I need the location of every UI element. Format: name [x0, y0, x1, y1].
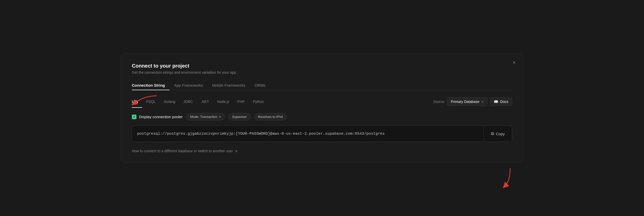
footer-link-text: How to connect to a different database o…	[132, 149, 233, 153]
modal-header: Connect to your project Get the connecti…	[132, 63, 512, 74]
secondary-tabs: URI PSQL Golang JDBC .NET Node.js PHP Py…	[132, 98, 268, 106]
chevron-down-icon: ∨	[235, 149, 237, 153]
connection-string-value: postgresql://postgres.gjgabzzoczvpnrimky…	[132, 126, 484, 142]
source-dropdown[interactable]: Primary Database ∨	[447, 97, 487, 106]
docs-button[interactable]: 📖 Docs	[490, 97, 512, 106]
chevron-down-icon: ∨	[481, 100, 484, 103]
source-label: Source	[433, 100, 444, 104]
tab-nodejs[interactable]: Node.js	[213, 98, 233, 106]
mode-label: Mode: Transaction	[190, 115, 217, 119]
copy-label: Copy	[496, 132, 505, 136]
tab-connection-string[interactable]: Connection String	[132, 81, 170, 90]
pooler-checkbox[interactable]: ✓	[132, 115, 136, 119]
tab-php[interactable]: PHP	[233, 98, 249, 106]
tab-mobile-frameworks[interactable]: Mobile Frameworks	[207, 81, 250, 90]
pooler-label: Display connection pooler	[139, 115, 183, 119]
copy-button[interactable]: ⧉ Copy	[484, 126, 512, 142]
checkmark-icon: ✓	[133, 115, 135, 119]
annotation-arrow-copy	[495, 166, 515, 189]
chevron-down-icon: ∨	[219, 115, 221, 118]
modal-subtitle: Get the connection strings and environme…	[132, 70, 512, 74]
primary-tabs: Connection String App Frameworks Mobile …	[132, 81, 512, 90]
tab-uri[interactable]: URI	[132, 98, 142, 106]
close-button[interactable]: ×	[511, 59, 518, 66]
supavisor-button[interactable]: Supavisor	[228, 113, 251, 120]
tab-net[interactable]: .NET	[197, 98, 213, 106]
connection-string-row: postgresql://postgres.gjgabzzoczvpnrimky…	[132, 126, 512, 142]
secondary-section: URI PSQL Golang JDBC .NET Node.js PHP Py…	[132, 97, 512, 106]
book-icon: 📖	[494, 100, 498, 104]
modal-title: Connect to your project	[132, 63, 512, 69]
pooler-section: ✓ Display connection pooler Mode: Transa…	[132, 113, 512, 120]
pooler-checkbox-label[interactable]: ✓ Display connection pooler	[132, 115, 183, 119]
modal-overlay: × Connect to your project Get the connec…	[0, 0, 644, 216]
tab-jdbc[interactable]: JDBC	[179, 98, 197, 106]
resolves-label: Resolves to IPv4	[258, 115, 283, 119]
different-database-link[interactable]: How to connect to a different database o…	[132, 149, 237, 153]
tab-psql[interactable]: PSQL	[142, 98, 160, 106]
tab-app-frameworks[interactable]: App Frameworks	[170, 81, 207, 90]
docs-label: Docs	[500, 100, 508, 104]
modal-container: × Connect to your project Get the connec…	[121, 54, 523, 162]
right-controls: Source Primary Database ∨ 📖 Docs	[433, 97, 512, 106]
supavisor-label: Supavisor	[232, 115, 247, 119]
resolves-ipv4-button[interactable]: Resolves to IPv4	[254, 113, 287, 120]
tab-python[interactable]: Python	[249, 98, 268, 106]
tab-orms[interactable]: ORMs	[250, 81, 270, 90]
tab-golang[interactable]: Golang	[160, 98, 179, 106]
source-dropdown-label: Primary Database	[451, 100, 479, 104]
copy-icon: ⧉	[491, 131, 494, 136]
mode-transaction-button[interactable]: Mode: Transaction ∨	[186, 113, 225, 120]
